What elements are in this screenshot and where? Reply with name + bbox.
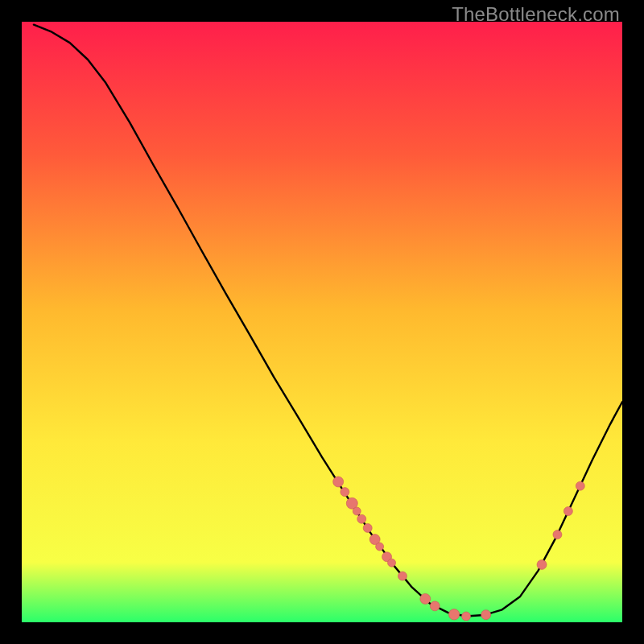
data-dot xyxy=(341,488,349,497)
data-dot xyxy=(353,507,361,515)
data-dot xyxy=(481,610,491,620)
gradient-background xyxy=(22,22,622,622)
data-dot xyxy=(462,612,471,621)
chart-frame xyxy=(22,22,622,622)
watermark-text: TheBottleneck.com xyxy=(452,3,620,26)
data-dot xyxy=(376,543,384,551)
data-dot xyxy=(420,593,431,604)
data-dot xyxy=(448,609,459,620)
data-dot xyxy=(363,523,372,532)
data-dot xyxy=(398,572,407,580)
data-dot xyxy=(430,601,440,611)
bottleneck-curve-chart xyxy=(22,22,622,622)
data-dot xyxy=(564,506,572,515)
data-dot xyxy=(553,530,562,539)
data-dot xyxy=(388,559,396,567)
data-dot xyxy=(576,481,584,490)
data-dot xyxy=(537,559,547,569)
data-dot xyxy=(333,477,344,487)
data-dot xyxy=(357,514,366,523)
